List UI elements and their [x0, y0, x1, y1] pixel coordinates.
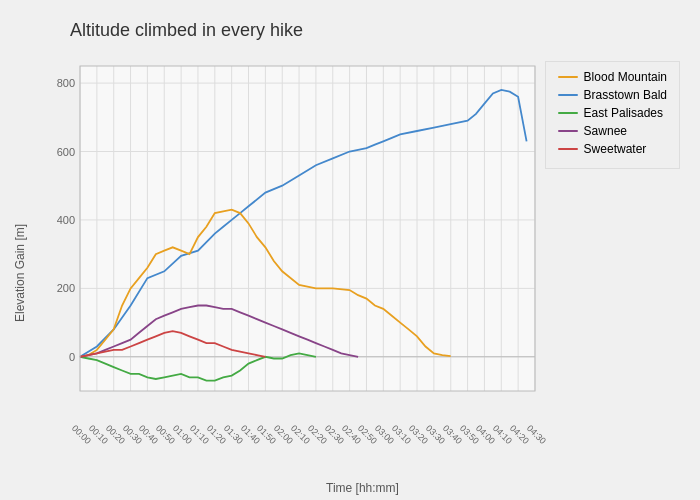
legend-label-brasstown-bald: Brasstown Bald: [584, 88, 667, 102]
legend-item-east-palisades: East Palisades: [558, 106, 667, 120]
y-axis-label: Elevation Gain [m]: [10, 51, 30, 495]
chart-title: Altitude climbed in every hike: [70, 20, 690, 41]
legend-line-sawnee: [558, 130, 578, 132]
svg-text:0: 0: [69, 351, 75, 363]
legend-label-east-palisades: East Palisades: [584, 106, 663, 120]
x-axis-label: Time [hh:mm]: [35, 481, 690, 495]
svg-text:200: 200: [57, 282, 75, 294]
chart-container: Altitude climbed in every hike Elevation…: [0, 0, 700, 500]
svg-text:800: 800: [57, 77, 75, 89]
legend-line-brasstown-bald: [558, 94, 578, 96]
x-tick-label: 04:30: [525, 423, 548, 446]
legend-item-sawnee: Sawnee: [558, 124, 667, 138]
legend-line-east-palisades: [558, 112, 578, 114]
legend-item-brasstown-bald: Brasstown Bald: [558, 88, 667, 102]
svg-rect-1: [80, 66, 535, 391]
legend-label-sweetwater: Sweetwater: [584, 142, 647, 156]
legend-line-blood-mountain: [558, 76, 578, 78]
legend: Blood Mountain Brasstown Bald East Palis…: [545, 61, 680, 169]
legend-label-blood-mountain: Blood Mountain: [584, 70, 667, 84]
svg-text:400: 400: [57, 214, 75, 226]
chart-area: Elevation Gain [m] 0200400600800 00:0000…: [10, 51, 690, 495]
legend-item-sweetwater: Sweetwater: [558, 142, 667, 156]
svg-text:600: 600: [57, 146, 75, 158]
legend-item-blood-mountain: Blood Mountain: [558, 70, 667, 84]
legend-label-sawnee: Sawnee: [584, 124, 627, 138]
legend-line-sweetwater: [558, 148, 578, 150]
chart-svg: 0200400600800: [35, 51, 555, 421]
